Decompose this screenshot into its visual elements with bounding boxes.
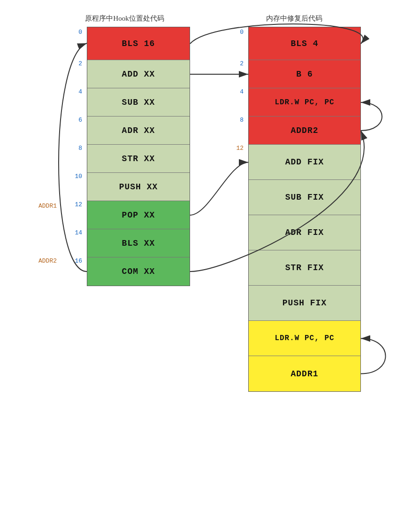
right-cell-b6: B 6 xyxy=(249,60,360,88)
left-offset-16: 16 xyxy=(75,258,82,264)
right-cell-ldrwpcpc2: LDR.W PC, PC xyxy=(249,321,360,356)
left-cell-addxx: ADD XX xyxy=(87,60,190,88)
left-cell-popxx: POP XX xyxy=(87,201,190,229)
left-cell-comxx: COM XX xyxy=(87,257,190,286)
right-code-block: BLS 4 B 6 LDR.W PC, PC ADDR2 ADD FIX SUB… xyxy=(248,27,361,392)
right-title: 内存中修复后代码 xyxy=(266,14,322,23)
right-cell-ldrwpcpc1: LDR.W PC, PC xyxy=(249,88,360,117)
left-offset-6: 6 xyxy=(78,117,82,123)
left-cell-strxx: STR XX xyxy=(87,145,190,173)
right-cell-adrfix: ADR FIX xyxy=(249,215,360,250)
left-cell-pushxx: PUSH XX xyxy=(87,173,190,201)
left-offset-4: 4 xyxy=(78,89,82,95)
left-offset-12: 12 xyxy=(75,202,82,208)
right-cell-addfix: ADD FIX xyxy=(249,145,360,180)
right-cell-subfix: SUB FIX xyxy=(249,180,360,215)
right-cell-addr2: ADDR2 xyxy=(249,117,360,145)
right-cell-pushfix: PUSH FIX xyxy=(249,286,360,321)
left-offset-2: 2 xyxy=(78,61,82,67)
left-addr2: ADDR2 xyxy=(38,258,57,264)
left-addr1: ADDR1 xyxy=(38,203,57,209)
left-offset-14: 14 xyxy=(75,230,82,236)
right-offset-12: 12 xyxy=(236,145,244,151)
right-offset-0: 0 xyxy=(240,29,244,35)
right-offset-8: 8 xyxy=(240,117,244,123)
left-code-block: BLS 16 ADD XX SUB XX ADR XX STR XX PUSH … xyxy=(87,27,190,286)
left-cell-blsxx: BLS XX xyxy=(87,229,190,257)
left-offset-0: 0 xyxy=(78,29,82,35)
left-cell-bls16: BLS 16 xyxy=(87,27,190,60)
right-cell-bls4: BLS 4 xyxy=(249,27,360,60)
right-cell-strfix: STR FIX xyxy=(249,250,360,286)
left-title: 原程序中Hook位置处代码 xyxy=(85,14,164,23)
left-cell-subxx: SUB XX xyxy=(87,88,190,117)
right-offset-2: 2 xyxy=(240,61,244,67)
left-offset-8: 8 xyxy=(78,145,82,151)
left-cell-adrxx: ADR XX xyxy=(87,117,190,145)
right-cell-addr1: ADDR1 xyxy=(249,356,360,391)
right-offset-4: 4 xyxy=(240,89,244,95)
left-offset-10: 10 xyxy=(75,173,82,179)
